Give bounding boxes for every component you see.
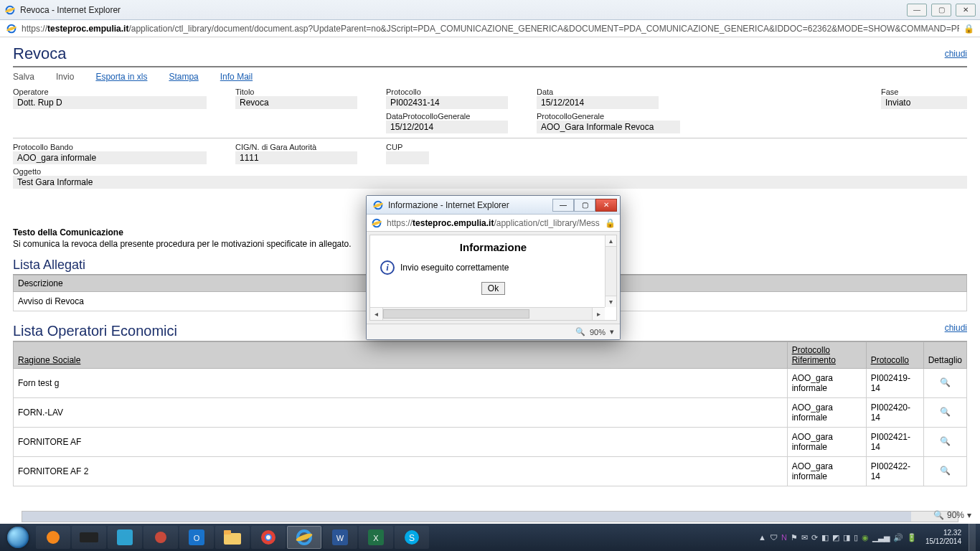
lbl-data: Data [537, 88, 659, 96]
tb-mediacenter[interactable] [36, 526, 70, 549]
lock-icon: 🔒 [605, 218, 616, 228]
cell-pr: AOO_gara informale [787, 428, 866, 457]
zoom-indicator[interactable]: 🔍 90% ▾ [933, 508, 971, 522]
chiudi-link-2[interactable]: chiudi [945, 323, 967, 333]
detail-icon[interactable]: 🔍 [938, 377, 952, 389]
val-cup [386, 151, 429, 164]
tb-outlook[interactable]: O [179, 526, 214, 549]
scroll-up-icon[interactable]: ▴ [606, 235, 616, 247]
popup-close-button[interactable]: ✕ [595, 199, 617, 212]
lbl-operatore: Operatore [13, 88, 207, 96]
detail-icon[interactable]: 🔍 [938, 436, 952, 448]
popup-maximize-button[interactable]: ▢ [574, 199, 595, 212]
tb-ie[interactable] [287, 526, 321, 549]
tray-volume-icon[interactable]: 🔊 [893, 533, 903, 542]
popup-address-bar[interactable]: https://testeproc.empulia.it/application… [367, 215, 620, 232]
hdr-rs[interactable]: Ragione Sociale [18, 355, 80, 365]
tb-app1[interactable] [108, 526, 142, 549]
svg-rect-9 [80, 532, 98, 542]
svg-rect-14 [224, 533, 241, 545]
val-fase: Inviato [881, 96, 967, 109]
page-title: Revoca [13, 44, 967, 67]
minimize-button[interactable]: — [907, 4, 927, 17]
tray-app-icon[interactable]: ◧ [821, 533, 829, 542]
action-salva[interactable]: Salva [13, 72, 34, 82]
taskbar-items: O W X S [32, 526, 755, 549]
action-infomail[interactable]: Info Mail [220, 72, 253, 82]
hdr-p[interactable]: Protocollo [871, 355, 909, 365]
popup-titlebar[interactable]: Informazione - Internet Explorer — ▢ ✕ [367, 196, 620, 215]
val-oggetto: Test Gara Informale [13, 176, 967, 189]
detail-icon[interactable]: 🔍 [938, 466, 952, 477]
table-row: Forn test gAOO_gara informalePI002419-14… [14, 369, 967, 398]
table-row: FORNITORE AFAOO_gara informalePI002421-1… [14, 428, 967, 457]
action-invio[interactable]: Invio [56, 72, 74, 82]
scroll-right-icon[interactable]: ▸ [592, 308, 605, 320]
svg-text:O: O [194, 534, 200, 542]
tray-gpu-icon[interactable]: ◉ [862, 533, 869, 542]
tb-explorer[interactable] [215, 526, 250, 549]
tray-app-icon[interactable]: ◨ [843, 533, 850, 542]
lbl-dpg: DataProtocolloGenerale [386, 112, 508, 121]
svg-point-8 [47, 531, 60, 544]
system-tray[interactable]: ▲ 🛡 N ⚑ ✉ ⟳ ◧ ◩ ◨ ▯ ◉ ▁▃▅ 🔊 🔋 12.32 15/1… [755, 529, 969, 546]
tray-app-icon[interactable]: ◩ [832, 533, 839, 542]
tb-chrome[interactable] [251, 526, 286, 549]
table-row: FORNITORE AF 2AOO_gara informalePI002422… [14, 457, 967, 486]
chiudi-link[interactable]: chiudi [945, 49, 967, 59]
tray-sync-icon[interactable]: ⟳ [811, 533, 818, 542]
cell-rs: FORN.-LAV [14, 398, 788, 428]
lbl-cup: CUP [386, 143, 429, 151]
ie-icon [4, 4, 16, 16]
window-titlebar[interactable]: Revoca - Internet Explorer — ▢ ✕ [0, 0, 980, 20]
ie-icon [371, 217, 382, 229]
popup-v-scrollbar[interactable]: ▴ ▾ [605, 235, 616, 307]
operatori-table: Ragione Sociale Protocollo Riferimento P… [13, 342, 967, 486]
maximize-button[interactable]: ▢ [931, 4, 951, 17]
tray-wifi-icon[interactable]: ▁▃▅ [872, 533, 890, 542]
cell-p: PI002422-14 [866, 457, 923, 486]
val-pg: AOO_Gara Informale Revoca [537, 121, 680, 133]
popup-body: Informazione i Invio eseguito correttame… [369, 235, 617, 321]
tray-note-icon[interactable]: N [781, 533, 787, 542]
popup-minimize-button[interactable]: — [552, 199, 574, 212]
tb-skype[interactable]: S [395, 526, 429, 549]
cell-pr: AOO_gara informale [787, 369, 866, 398]
tray-network-icon[interactable]: ▯ [854, 533, 858, 542]
val-protocollo: PI002431-14 [386, 96, 508, 109]
tray-battery-icon[interactable]: 🔋 [907, 533, 917, 542]
main-h-scrollbar[interactable] [22, 511, 958, 522]
table-row: FORN.-LAVAOO_gara informalePI002420-14🔍 [14, 398, 967, 428]
scroll-left-icon[interactable]: ◂ [370, 308, 383, 320]
scroll-down-icon[interactable]: ▾ [606, 296, 616, 307]
address-bar[interactable]: https://testeproc.empulia.it/application… [0, 20, 980, 37]
popup-h-scrollbar[interactable]: ◂ ▸ [370, 307, 605, 320]
detail-icon[interactable]: 🔍 [938, 407, 952, 418]
tb-snip[interactable] [143, 526, 178, 549]
tray-icons[interactable]: ▲ 🛡 N ⚑ ✉ ⟳ ◧ ◩ ◨ ▯ ◉ ▁▃▅ 🔊 🔋 [758, 533, 917, 542]
lbl-protocollo: Protocollo [386, 88, 508, 96]
tray-icon[interactable]: ▲ [758, 533, 766, 542]
cell-rs: FORNITORE AF 2 [14, 457, 788, 486]
popup-message: Invio eseguito correttamente [400, 263, 509, 273]
hdr-pr[interactable]: Protocollo Riferimento [792, 345, 836, 365]
ie-icon [6, 23, 17, 34]
cell-p: PI002420-14 [866, 398, 923, 428]
info-icon: i [380, 260, 395, 275]
tb-word[interactable]: W [323, 526, 357, 549]
show-desktop-button[interactable] [969, 524, 976, 551]
action-stampa[interactable]: Stampa [169, 72, 198, 82]
tray-shield-icon[interactable]: 🛡 [770, 533, 778, 542]
start-button[interactable] [4, 524, 32, 551]
lbl-pbando: Protocollo Bando [13, 143, 207, 151]
tb-vaio[interactable] [72, 526, 106, 549]
tb-excel[interactable]: X [359, 526, 393, 549]
url-text: https://testeproc.empulia.it/application… [22, 24, 959, 34]
tray-mail-icon[interactable]: ✉ [801, 533, 808, 542]
action-esporta[interactable]: Esporta in xls [95, 72, 147, 82]
ok-button[interactable]: Ok [481, 282, 505, 295]
close-button[interactable]: ✕ [956, 4, 976, 17]
svg-rect-15 [224, 530, 231, 534]
taskbar-clock[interactable]: 12.32 15/12/2014 [921, 529, 966, 546]
tray-flag-icon[interactable]: ⚑ [791, 533, 798, 542]
